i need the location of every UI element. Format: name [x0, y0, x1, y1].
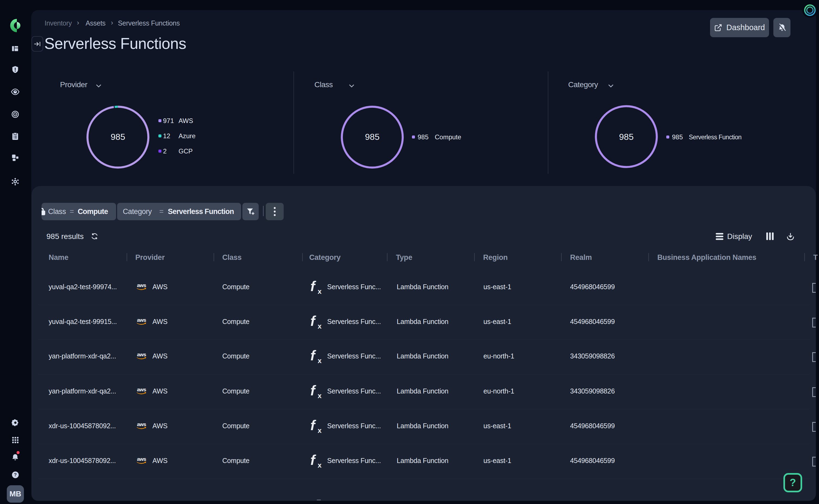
svg-text:?: ?: [14, 472, 17, 477]
